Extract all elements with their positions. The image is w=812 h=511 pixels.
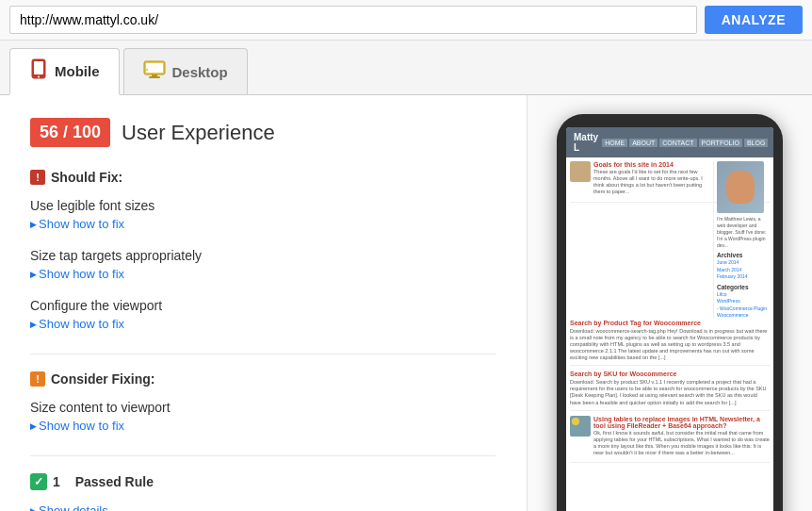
mobile-icon <box>29 58 48 84</box>
svg-rect-3 <box>37 60 41 61</box>
show-font-sizes-link[interactable]: Show how to fix <box>30 217 496 231</box>
phone-post3-text: Download: Search by product SKU v.1.1 I … <box>570 379 770 406</box>
phone-archives-title: Archives <box>717 252 770 258</box>
divider-1 <box>30 354 496 354</box>
passed-section: ✓ 1 Passed Rule Show details <box>30 473 496 511</box>
phone-screen: Matty L HOME ABOUT CONTACT PORTFOLIO BLO… <box>566 127 773 511</box>
svg-rect-1 <box>34 61 43 74</box>
phone-post1-text: These are goals I'd like to set for the … <box>593 169 710 196</box>
show-passed-details-link[interactable]: Show details <box>30 503 496 511</box>
desktop-icon <box>143 60 166 84</box>
phone-category-1: Lifco <box>717 291 770 299</box>
tab-mobile[interactable]: Mobile <box>9 48 120 95</box>
tab-desktop[interactable]: Desktop <box>123 48 248 94</box>
should-fix-label: Should Fix: <box>51 170 122 185</box>
phone-post2-text: Download: woocommerce-search-tag.php Hey… <box>570 328 770 362</box>
phone-nav: HOME ABOUT CONTACT PORTFOLIO BLOG <box>602 139 768 147</box>
rule-tap-targets: Size tap targets appropriately Show how … <box>30 248 496 281</box>
rule-tap-targets-title: Size tap targets appropriately <box>30 248 496 263</box>
svg-rect-5 <box>146 63 163 73</box>
tab-mobile-label: Mobile <box>55 63 100 79</box>
consider-fixing-header: ! Consider Fixing: <box>30 371 496 387</box>
phone-archive-mar: March 2014 <box>717 267 770 274</box>
passed-header: ✓ 1 Passed Rule <box>30 473 496 490</box>
phone-categories-title: Categories <box>717 284 770 290</box>
svg-rect-7 <box>149 76 160 78</box>
phone-nav-home: HOME <box>602 139 627 147</box>
show-tap-targets-link[interactable]: Show how to fix <box>30 267 496 281</box>
rule-font-sizes-title: Use legible font sizes <box>30 198 496 213</box>
score-header: 56 / 100 User Experience <box>30 118 496 147</box>
phone-post3-title: Search by SKU for Woocommerce <box>570 371 770 377</box>
phone-site-logo: Matty L <box>574 132 598 153</box>
phone-nav-blog: BLOG <box>744 139 768 147</box>
consider-fixing-label: Consider Fixing: <box>51 371 154 387</box>
svg-rect-8 <box>145 69 148 71</box>
phone-category-3: - WooCommerce Plugin <box>717 305 770 313</box>
phone-avatar-face <box>726 171 755 204</box>
tab-desktop-label: Desktop <box>172 64 228 80</box>
phone-sidebar: I'm Matthew Lewis, a web developer and b… <box>713 161 770 320</box>
phone-sidebar-text: I'm Matthew Lewis, a web developer and b… <box>717 216 770 249</box>
phone-post4-thumb <box>570 416 591 437</box>
phone-post-4: Using tables to replace images in HTML N… <box>570 416 770 464</box>
phone-archive-jun: June 2014 <box>717 259 770 267</box>
passed-icon: ✓ <box>30 473 47 490</box>
phone-nav-about: ABOUT <box>629 139 658 147</box>
phone-post4-text: Ok, first I know it sounds awful, but co… <box>593 430 770 457</box>
consider-fixing-icon: ! <box>30 371 45 387</box>
passed-label: Passed Rule <box>75 474 154 489</box>
rule-content-viewport-title: Size content to viewport <box>30 400 496 415</box>
should-fix-header: ! Should Fix: <box>30 170 496 185</box>
phone-post4-title: Using tables to replace images in HTML N… <box>593 416 770 429</box>
rule-viewport-title: Configure the viewport <box>30 298 496 313</box>
top-bar: ANALYZE <box>0 0 812 41</box>
passed-count: 1 <box>53 474 60 489</box>
rule-font-sizes: Use legible font sizes Show how to fix <box>30 198 496 231</box>
score-label: User Experience <box>122 121 275 145</box>
should-fix-icon: ! <box>30 170 45 185</box>
phone-post1-title: Goals for this site in 2014 <box>593 161 710 168</box>
phone-avatar <box>717 161 764 213</box>
analyze-button[interactable]: ANALYZE <box>705 6 803 34</box>
rule-viewport: Configure the viewport Show how to fix <box>30 298 496 331</box>
phone-category-4: Woocommerce <box>717 312 770 320</box>
phone-nav-contact: CONTACT <box>659 139 696 147</box>
svg-rect-6 <box>152 74 157 76</box>
phone-post2-title: Search by Product Tag for Woocommerce <box>570 320 770 326</box>
show-content-viewport-link[interactable]: Show how to fix <box>30 419 496 433</box>
main-content: 56 / 100 User Experience ! Should Fix: U… <box>0 95 812 511</box>
should-fix-section: ! Should Fix: Use legible font sizes Sho… <box>30 170 496 331</box>
right-panel: Matty L HOME ABOUT CONTACT PORTFOLIO BLO… <box>528 95 812 511</box>
phone-post-3: Search by SKU for Woocommerce Download: … <box>570 371 770 411</box>
score-badge: 56 / 100 <box>30 118 110 147</box>
phone-nav-portfolio: PORTFOLIO <box>699 139 742 147</box>
phone-category-2: WordPress <box>717 298 770 305</box>
phone-content: I'm Matthew Lewis, a web developer and b… <box>566 157 773 471</box>
url-input[interactable] <box>9 6 697 34</box>
phone-header: Matty L HOME ABOUT CONTACT PORTFOLIO BLO… <box>566 127 773 157</box>
phone-preview: Matty L HOME ABOUT CONTACT PORTFOLIO BLO… <box>557 114 783 511</box>
consider-fixing-section: ! Consider Fixing: Size content to viewp… <box>30 371 496 433</box>
left-panel: 56 / 100 User Experience ! Should Fix: U… <box>0 95 528 511</box>
phone-post1-thumb <box>570 161 591 182</box>
tab-bar: Mobile Desktop <box>0 41 812 95</box>
svg-point-2 <box>38 76 40 78</box>
phone-archive-feb: February 2014 <box>717 273 770 281</box>
show-viewport-link[interactable]: Show how to fix <box>30 317 496 331</box>
divider-2 <box>30 455 496 456</box>
rule-content-viewport: Size content to viewport Show how to fix <box>30 400 496 433</box>
